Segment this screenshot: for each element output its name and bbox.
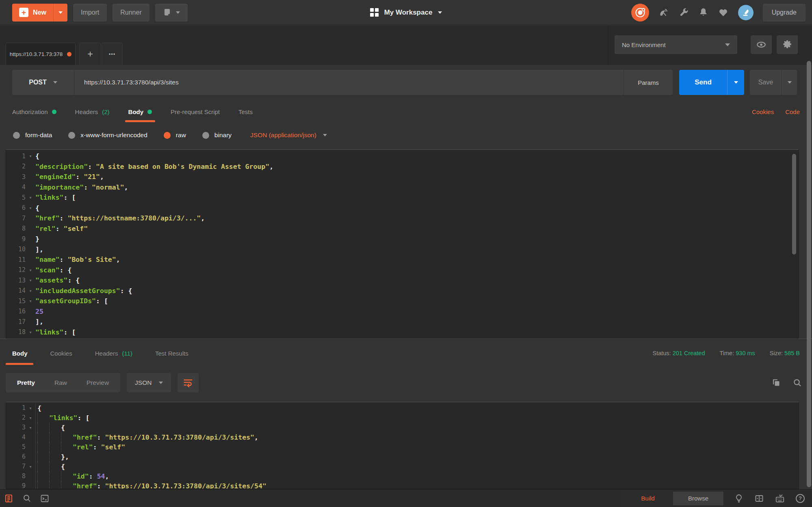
url-input[interactable]: https://10.3.71.73:3780/api/3/sites [74,70,624,95]
fold-caret-icon[interactable]: ▾ [26,268,35,272]
fold-caret-icon[interactable]: ▾ [26,464,35,469]
import-button[interactable]: Import [73,4,107,22]
code-line[interactable]: 1▾{ [6,151,799,162]
save-button[interactable]: Save [750,70,782,95]
tab-headers[interactable]: Headers (2) [75,100,110,123]
code-line[interactable]: 5▾"links": [ [6,192,799,203]
tab-body[interactable]: Body [128,100,152,123]
fold-caret-icon[interactable]: ▾ [26,416,35,420]
keyboard-shortcuts-icon[interactable] [775,493,785,504]
tab-tests[interactable]: Tests [238,100,253,123]
browse-toggle[interactable]: Browse [673,492,723,505]
lightbulb-icon[interactable] [734,494,744,503]
request-body-editor[interactable]: 1▾{2"description": "A site based on Bob'… [6,149,799,339]
view-preview-button[interactable]: Preview [77,379,119,386]
code-text: "href": "https://10.3.71.73:3780/api/3/s… [35,481,266,489]
user-avatar[interactable] [738,5,754,20]
send-options-caret[interactable] [727,70,744,95]
line-number: 1 [6,404,26,412]
save-label: Save [758,79,773,86]
code-line[interactable]: 7"href": "https://hostname:3780/api/3/..… [6,213,799,224]
upgrade-button[interactable]: Upgrade [763,4,806,22]
cookies-link[interactable]: Cookies [752,108,774,115]
open-request-tab[interactable]: https://10.3.71.73:378 [6,43,76,65]
fold-caret-icon[interactable]: ▾ [26,299,35,303]
code-line[interactable]: 13▾"assets": { [6,275,799,286]
body-type-binary[interactable]: binary [202,132,232,139]
fold-caret-icon[interactable]: ▾ [26,289,35,293]
params-button[interactable]: Params [624,70,673,95]
code-line[interactable]: 12▾"scan": { [6,265,799,276]
view-raw-button[interactable]: Raw [45,379,77,386]
new-dropdown-caret[interactable] [53,4,67,22]
method-selector[interactable]: POST [12,70,74,95]
body-type-form-data[interactable]: form-data [13,132,52,139]
code-line[interactable]: 3"engineId": "21", [6,172,799,182]
find-icon[interactable] [22,494,32,503]
code-line[interactable]: 4"importance": "normal", [6,182,799,193]
code-line[interactable]: 9} [6,234,799,244]
console-icon[interactable] [40,494,50,503]
code-link[interactable]: Code [785,108,800,115]
workspace-switcher[interactable]: My Workspace [370,8,442,17]
search-icon[interactable] [793,378,802,388]
tab-authorization[interactable]: Authorization [12,100,56,123]
copy-icon[interactable] [771,378,781,388]
line-number: 7 [6,463,26,470]
build-toggle[interactable]: Build [623,492,673,505]
wrap-text-button[interactable] [178,373,199,393]
environment-selector[interactable]: No Environment [615,35,737,54]
response-tab-test-results[interactable]: Test Results [155,339,188,367]
response-tab-body[interactable]: Body [12,339,28,367]
new-window-button[interactable] [155,4,188,22]
code-line[interactable]: 10], [6,244,799,255]
new-button-main[interactable]: + New [12,4,53,22]
wrench-icon[interactable] [678,7,689,18]
settings-button[interactable] [777,35,798,54]
code-line[interactable]: 1625 [6,306,799,317]
code-line[interactable]: 15▾"assetGroupIDs": [ [6,296,799,306]
sidebar-toggle-icon[interactable] [4,494,14,503]
satellite-icon[interactable] [658,7,669,18]
code-text: "links": [ [35,192,76,203]
environment-quicklook-button[interactable] [751,35,772,54]
fold-caret-icon[interactable]: ▾ [26,206,35,210]
code-line[interactable]: 6▾{ [6,203,799,214]
code-line: 6}, [6,452,799,462]
body-type-urlencoded[interactable]: x-www-form-urlencoded [68,132,147,139]
code-line: 7▾{ [6,462,799,471]
code-line[interactable]: 2"description": "A site based on Bob's D… [6,162,799,172]
editor-scrollbar-thumb[interactable] [792,154,796,255]
window-scrollbar-thumb[interactable] [807,61,811,487]
tab-prerequest-script[interactable]: Pre-request Script [171,100,220,123]
two-pane-layout-icon[interactable] [754,494,764,503]
send-button[interactable]: Send [679,70,727,95]
content-type-selector[interactable]: JSON (application/json) [250,132,327,139]
new-button[interactable]: + New [12,4,67,22]
fold-caret-icon[interactable]: ▾ [26,406,35,410]
help-icon[interactable]: ? [796,494,805,503]
runner-button[interactable]: Runner [113,4,149,22]
fold-caret-icon[interactable]: ▾ [26,278,35,283]
tab-options-button[interactable]: ••• [102,43,123,65]
save-options-caret[interactable] [782,70,797,95]
response-tab-cookies[interactable]: Cookies [50,339,72,367]
code-line[interactable]: 17], [6,317,799,327]
response-tab-headers[interactable]: Headers (11) [95,339,132,367]
fold-caret-icon[interactable]: ▾ [26,330,35,334]
fold-caret-icon[interactable]: ▾ [26,154,35,158]
view-pretty-button[interactable]: Pretty [7,379,45,386]
response-language-selector[interactable]: JSON [127,373,171,393]
code-line[interactable]: 8"rel": "self" [6,224,799,234]
code-line[interactable]: 18▾"links": [ [6,327,799,338]
heart-icon[interactable] [718,7,729,18]
sync-status-icon[interactable] [631,4,649,22]
new-tab-button[interactable]: + [80,43,101,65]
code-line[interactable]: 14▾"includedAssetGroups": { [6,286,799,296]
code-line[interactable]: 11"name": "Bob's Site", [6,255,799,265]
bell-icon[interactable] [698,7,708,17]
radio-label: x-www-form-urlencoded [80,132,147,139]
fold-caret-icon[interactable]: ▾ [26,425,35,430]
fold-caret-icon[interactable]: ▾ [26,195,35,200]
body-type-raw[interactable]: raw [164,132,186,139]
